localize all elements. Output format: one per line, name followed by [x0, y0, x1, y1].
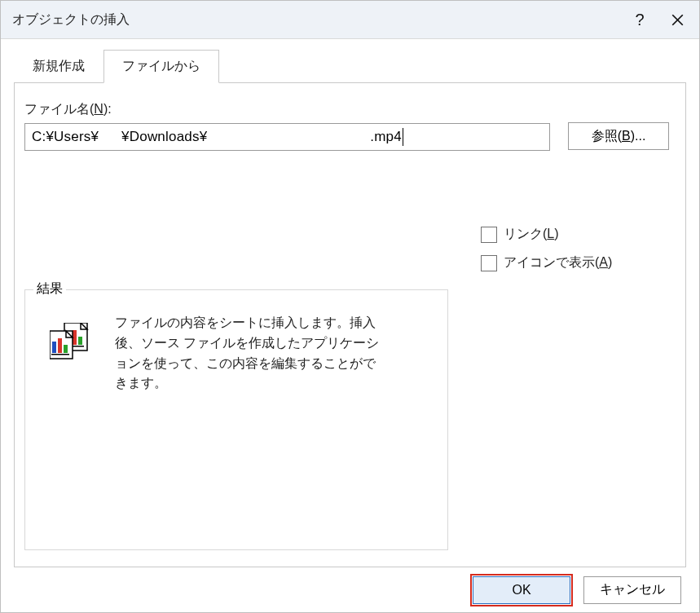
filename-label-prefix: ファイル名(: [24, 102, 94, 116]
filename-value-mid: ¥Downloads¥: [121, 129, 207, 145]
options-area: リンク(L) アイコンで表示(A): [481, 226, 669, 271]
ok-button[interactable]: OK: [473, 576, 570, 604]
insert-object-icon: [50, 323, 92, 360]
svg-rect-6: [78, 337, 82, 345]
panel-from-file: ファイル名(N): C:¥Users¥ ¥Downloads¥ .mp4 参照(…: [14, 82, 686, 567]
tab-strip: 新規作成 ファイルから: [14, 49, 699, 82]
link-checkbox[interactable]: [481, 227, 497, 243]
dialog-window: オブジェクトの挿入 ? 新規作成 ファイルから ファイル名(N): C:¥Use…: [0, 0, 700, 613]
result-group-title: 結果: [33, 280, 66, 298]
filename-redacted-name: [207, 130, 370, 144]
icon-checkbox-row[interactable]: アイコンで表示(A): [481, 254, 669, 271]
link-label: リンク(L): [504, 226, 559, 243]
filename-value-tail: .mp4: [370, 129, 402, 145]
tab-from-file[interactable]: ファイルから: [103, 50, 219, 83]
filename-label-accel: N: [94, 102, 103, 116]
browse-button[interactable]: 参照(B)...: [568, 122, 669, 150]
result-text: ファイルの内容をシートに挿入します。挿入後、ソース ファイルを作成したアプリケー…: [115, 313, 384, 394]
icon-label: アイコンで表示(A): [504, 254, 612, 271]
filename-input[interactable]: C:¥Users¥ ¥Downloads¥ .mp4: [24, 123, 550, 151]
svg-rect-12: [64, 345, 68, 353]
filename-label-suffix: ):: [103, 102, 112, 116]
dialog-footer: OK キャンセル: [1, 567, 699, 612]
browse-prefix: 参照(: [592, 128, 622, 145]
filename-row: ファイル名(N): C:¥Users¥ ¥Downloads¥ .mp4 参照(…: [24, 101, 669, 151]
result-group: 結果: [24, 289, 448, 550]
cancel-button[interactable]: キャンセル: [583, 576, 681, 604]
browse-accel: B: [622, 129, 631, 143]
filename-value-head: C:¥Users¥: [32, 129, 99, 145]
help-button[interactable]: ?: [621, 1, 658, 38]
close-icon: [671, 14, 684, 26]
svg-rect-10: [52, 342, 56, 353]
icon-checkbox[interactable]: [481, 255, 497, 271]
tab-new[interactable]: 新規作成: [14, 50, 103, 83]
browse-suffix: )...: [631, 129, 646, 143]
filename-redacted-user: [99, 130, 121, 144]
text-caret-icon: [403, 128, 403, 146]
filename-label: ファイル名(N):: [24, 101, 550, 118]
titlebar: オブジェクトの挿入 ?: [1, 1, 699, 39]
link-checkbox-row[interactable]: リンク(L): [481, 226, 669, 243]
svg-rect-13: [51, 354, 69, 355]
result-body: ファイルの内容をシートに挿入します。挿入後、ソース ファイルを作成したアプリケー…: [42, 313, 431, 394]
svg-rect-11: [58, 338, 62, 353]
close-button[interactable]: [658, 1, 696, 38]
window-title: オブジェクトの挿入: [12, 11, 621, 29]
